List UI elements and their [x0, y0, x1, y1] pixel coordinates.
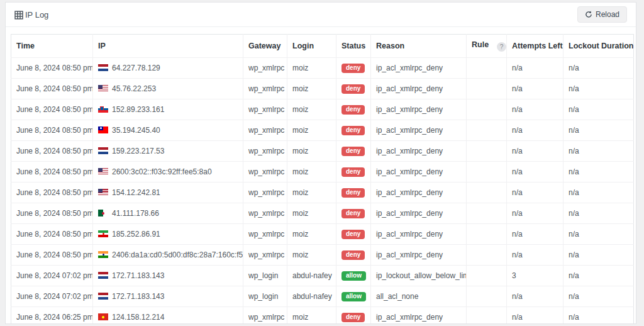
- cell-gateway: wp_xmlrpc: [243, 203, 287, 224]
- cell-attempts-left: n/a: [507, 141, 564, 162]
- cell-attempts-left: n/a: [507, 183, 564, 203]
- table-row: June 8, 2024 08:50 pm159.223.217.53wp_xm…: [11, 141, 634, 162]
- ip-address: 185.252.86.91: [112, 230, 160, 239]
- cell-reason: ip_lockout_allow_below_limit: [371, 266, 467, 286]
- cell-rule: [467, 307, 507, 325]
- reload-button[interactable]: Reload: [577, 6, 627, 23]
- cell-login: moiz: [287, 307, 336, 325]
- ip-log-table: Time IP Gateway Login Status Reason Rule…: [11, 34, 634, 324]
- table-row: June 8, 2024 08:50 pm152.89.233.161wp_xm…: [11, 99, 634, 120]
- cell-attempts-left: n/a: [507, 162, 564, 183]
- cell-reason: ip_acl_xmlrpc_deny: [371, 141, 467, 162]
- cell-status: deny: [336, 245, 371, 266]
- cell-lockout-duration: n/a: [564, 162, 634, 183]
- cell-attempts-left: n/a: [507, 99, 564, 120]
- cell-status: deny: [336, 203, 371, 224]
- column-header-ip: IP: [93, 35, 243, 58]
- cell-rule: [467, 266, 507, 286]
- cell-time: June 8, 2024 08:50 pm: [11, 141, 93, 162]
- column-header-status: Status: [336, 35, 371, 58]
- cell-login: moiz: [287, 245, 336, 266]
- cell-lockout-duration: n/a: [564, 245, 634, 266]
- cell-status: deny: [336, 183, 371, 203]
- cell-ip: 41.111.178.66: [93, 203, 243, 224]
- cell-status: deny: [336, 307, 371, 325]
- cell-lockout-duration: n/a: [564, 99, 634, 120]
- ip-address: 124.158.12.214: [112, 313, 164, 322]
- cell-gateway: wp_xmlrpc: [243, 307, 287, 325]
- status-badge-deny: deny: [341, 105, 365, 115]
- table-header-row: Time IP Gateway Login Status Reason Rule…: [11, 35, 634, 58]
- table-row: June 8, 2024 08:50 pm154.12.242.81wp_xml…: [11, 183, 634, 203]
- column-header-gateway: Gateway: [243, 35, 287, 58]
- ip-address: 64.227.78.129: [112, 64, 160, 72]
- si-flag-icon: [98, 106, 108, 113]
- cell-gateway: wp_xmlrpc: [243, 99, 287, 120]
- status-badge-deny: deny: [341, 230, 365, 239]
- ip-address: 35.194.245.40: [112, 126, 160, 135]
- cell-attempts-left: n/a: [507, 245, 564, 266]
- ip-address: 2600:3c02::f03c:92ff:fee5:8a0: [112, 167, 212, 176]
- reload-icon: [585, 11, 592, 18]
- cell-status: deny: [336, 120, 371, 141]
- dz-flag-icon: [98, 210, 108, 216]
- cell-gateway: wp_login: [243, 266, 287, 286]
- nl-flag-icon: [98, 272, 108, 279]
- cell-gateway: wp_xmlrpc: [243, 162, 287, 183]
- cell-status: allow: [336, 266, 371, 286]
- ip-address: 172.71.183.143: [112, 271, 164, 280]
- cell-ip: 2600:3c02::f03c:92ff:fee5:8a0: [93, 162, 243, 183]
- title-wrap: IP Log: [14, 10, 48, 20]
- cell-lockout-duration: n/a: [564, 286, 634, 307]
- status-badge-deny: deny: [341, 209, 365, 218]
- us-flag-icon: [98, 189, 108, 196]
- cell-lockout-duration: n/a: [564, 224, 634, 245]
- cell-login: abdul-nafey: [287, 286, 336, 307]
- table-row: June 8, 2024 08:50 pm185.252.86.91wp_xml…: [11, 224, 634, 245]
- cell-reason: ip_acl_xmlrpc_deny: [371, 79, 467, 99]
- ip-address: 159.223.217.53: [112, 147, 164, 155]
- cell-ip: 172.71.183.143: [93, 286, 243, 307]
- cell-login: moiz: [287, 99, 336, 120]
- table-row: June 8, 2024 08:50 pm41.111.178.66wp_xml…: [11, 203, 634, 224]
- cell-ip: 159.223.217.53: [93, 141, 243, 162]
- cell-login: moiz: [287, 58, 336, 79]
- cell-login: abdul-nafey: [287, 266, 336, 286]
- cell-reason: ip_acl_xmlrpc_deny: [371, 58, 467, 79]
- cell-login: moiz: [287, 79, 336, 99]
- ir-flag-icon: [98, 230, 108, 237]
- reload-button-label: Reload: [596, 10, 619, 19]
- cell-rule: [467, 245, 507, 266]
- cell-attempts-left: n/a: [507, 286, 564, 307]
- status-badge-deny: deny: [341, 167, 365, 177]
- card-body: Time IP Gateway Login Status Reason Rule…: [6, 27, 636, 324]
- ip-address: 45.76.22.253: [112, 84, 156, 93]
- status-badge-deny: deny: [341, 250, 365, 260]
- cell-login: moiz: [287, 224, 336, 245]
- tw-flag-icon: [98, 126, 108, 133]
- ip-address: 152.89.233.161: [112, 105, 164, 114]
- page-title: IP Log: [25, 10, 48, 20]
- cell-login: moiz: [287, 183, 336, 203]
- cell-ip: 152.89.233.161: [93, 99, 243, 120]
- cell-gateway: wp_xmlrpc: [243, 141, 287, 162]
- cell-rule: [467, 162, 507, 183]
- status-badge-deny: deny: [341, 313, 365, 322]
- cell-attempts-left: n/a: [507, 203, 564, 224]
- cell-lockout-duration: n/a: [564, 307, 634, 325]
- cell-status: deny: [336, 162, 371, 183]
- cell-time: June 8, 2024 08:50 pm: [11, 245, 93, 266]
- cell-rule: [467, 183, 507, 203]
- column-header-time: Time: [11, 35, 93, 58]
- cell-reason: ip_acl_xmlrpc_deny: [371, 183, 467, 203]
- cell-login: moiz: [287, 120, 336, 141]
- status-badge-deny: deny: [341, 147, 365, 156]
- rule-help-icon[interactable]: ?: [497, 42, 506, 52]
- in-flag-icon: [98, 251, 108, 258]
- cell-time: June 8, 2024 08:50 pm: [11, 79, 93, 99]
- nl-flag-icon: [98, 293, 108, 300]
- cell-time: June 8, 2024 08:50 pm: [11, 120, 93, 141]
- us-flag-icon: [98, 168, 108, 175]
- nl-flag-icon: [98, 64, 108, 71]
- cell-time: June 8, 2024 07:02 pm: [11, 266, 93, 286]
